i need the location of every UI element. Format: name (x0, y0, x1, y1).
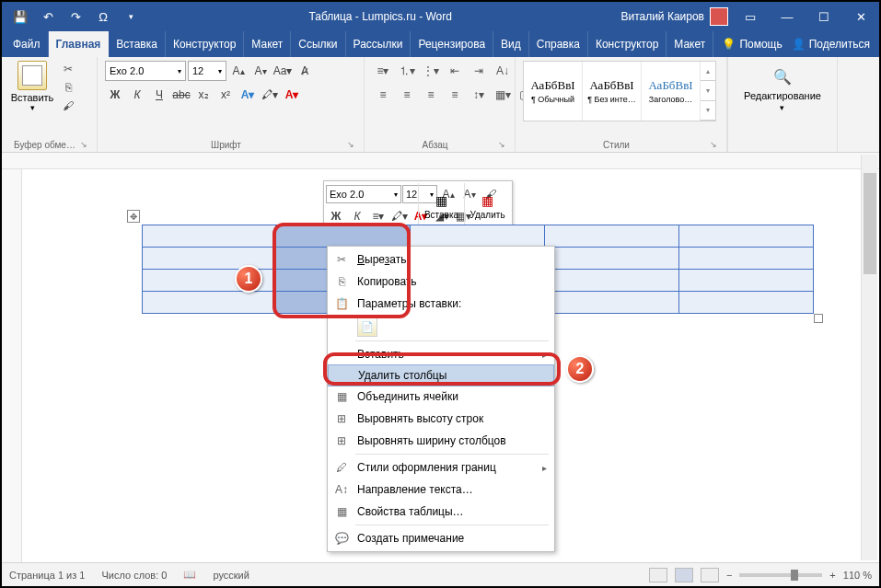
sort-icon[interactable]: A↓ (492, 61, 514, 81)
clear-format-icon[interactable]: A̷ (295, 61, 315, 81)
tell-me[interactable]: 💡 Помощь (722, 38, 782, 51)
shading-icon[interactable]: ▦▾ (492, 85, 514, 105)
paste-button[interactable]: Вставить ▾ (9, 61, 55, 112)
bold-button[interactable]: Ж (105, 85, 125, 105)
superscript-button[interactable]: x² (215, 85, 236, 105)
zoom-slider[interactable] (739, 573, 822, 577)
highlight-icon[interactable]: 🖍▾ (389, 206, 410, 226)
tab-table-layout[interactable]: Макет (667, 31, 713, 57)
zoom-value[interactable]: 110 % (843, 570, 872, 581)
align-right-icon[interactable]: ≡ (420, 85, 442, 105)
launcher-icon[interactable]: ↘ (347, 140, 354, 149)
status-language[interactable]: русский (213, 570, 249, 581)
format-painter-icon[interactable]: 🖌 (59, 98, 77, 114)
ctx-cut[interactable]: ✂Вырезать (328, 248, 554, 271)
align-center-icon[interactable]: ≡ (396, 85, 418, 105)
status-page[interactable]: Страница 1 из 1 (9, 570, 85, 581)
tab-home[interactable]: Главная (49, 31, 110, 57)
maximize-button[interactable]: ☐ (806, 2, 842, 31)
minimize-button[interactable]: — (769, 2, 806, 31)
numbering-icon[interactable]: ⒈▾ (396, 61, 418, 81)
italic-button[interactable]: К (347, 206, 367, 226)
change-case-icon[interactable]: Aa▾ (272, 61, 293, 81)
justify-icon[interactable]: ≡ (444, 85, 466, 105)
horizontal-ruler[interactable] (2, 153, 879, 169)
qat-more-icon[interactable]: ▾ (122, 7, 140, 26)
styles-gallery[interactable]: АаБбВвІ¶ Обычный АаБбВвІ¶ Без инте… АаБб… (523, 61, 716, 121)
close-button[interactable]: ✕ (842, 2, 879, 31)
ctx-insert[interactable]: Вставить▸ (328, 343, 554, 365)
launcher-icon[interactable]: ↘ (710, 140, 717, 149)
ctx-dist-cols[interactable]: ⊞Выровнять ширину столбцов (328, 430, 554, 452)
ctx-delete-columns[interactable]: Удалить столбцы (328, 364, 554, 386)
style-normal[interactable]: АаБбВвІ¶ Обычный (524, 62, 583, 121)
page[interactable]: Exo 2.0▾ 12▾ A▴ A▾ 🖌 ▦ Вставка ▦ Удалить… (29, 177, 849, 545)
text-effects-icon[interactable]: A▾ (238, 85, 258, 105)
ctx-text-direction[interactable]: A↕Направление текста… (328, 478, 554, 501)
editing-button[interactable]: 🔍 Редактирование ▾ (744, 64, 821, 112)
bullets-icon[interactable]: ≡▾ (372, 61, 394, 81)
paste-keep-source-icon[interactable]: 📄 (357, 317, 377, 337)
undo-icon[interactable]: ↶ (39, 7, 57, 26)
bold-button[interactable]: Ж (326, 206, 346, 226)
tab-file[interactable]: Файл (6, 31, 49, 57)
font-color-icon[interactable]: A▾ (282, 85, 302, 105)
copy-icon[interactable]: ⎘ (59, 79, 77, 96)
style-heading[interactable]: АаБбВвІЗаголово… (642, 62, 701, 121)
mini-delete-button[interactable]: ▦ Удалить (464, 183, 510, 227)
omega-icon[interactable]: Ω (94, 7, 112, 26)
redo-icon[interactable]: ↷ (66, 7, 85, 26)
cut-icon[interactable]: ✂ (59, 61, 77, 77)
grow-font-icon[interactable]: A▴ (228, 61, 249, 81)
multilevel-icon[interactable]: ⋮▾ (420, 61, 442, 81)
ctx-new-comment[interactable]: 💬Создать примечание (328, 527, 554, 549)
tab-review[interactable]: Рецензирова (411, 31, 493, 57)
italic-button[interactable]: К (127, 85, 147, 105)
underline-button[interactable]: Ч (149, 85, 169, 105)
status-spell-icon[interactable]: 📖 (183, 569, 196, 581)
style-nospace[interactable]: АаБбВвІ¶ Без инте… (583, 62, 642, 121)
tab-mailings[interactable]: Рассылки (346, 31, 412, 57)
table-move-handle[interactable]: ✥ (127, 210, 140, 223)
indent-icon[interactable]: ⇥ (468, 61, 490, 81)
ctx-table-properties[interactable]: ▦Свойства таблицы… (328, 501, 554, 523)
tab-help[interactable]: Справка (529, 31, 588, 57)
line-spacing-icon[interactable]: ↕▾ (468, 85, 490, 105)
outdent-icon[interactable]: ⇤ (444, 61, 466, 81)
zoom-thumb[interactable] (791, 570, 798, 581)
scroll-up-icon[interactable]: ▴ (701, 62, 715, 81)
align-icon[interactable]: ≡▾ (368, 206, 388, 226)
font-size-combo[interactable]: 12▾ (188, 61, 226, 81)
strike-button[interactable]: abc (171, 85, 191, 105)
highlight-icon[interactable]: 🖍▾ (260, 85, 280, 105)
tab-view[interactable]: Вид (493, 31, 529, 57)
zoom-out-icon[interactable]: − (726, 570, 732, 581)
avatar[interactable] (710, 7, 728, 26)
read-mode-icon[interactable] (649, 568, 667, 582)
scroll-down-icon[interactable]: ▾ (701, 81, 715, 100)
subscript-button[interactable]: x₂ (193, 85, 214, 105)
vertical-ruler[interactable] (2, 169, 22, 562)
expand-icon[interactable]: ▾ (701, 101, 715, 121)
tab-insert[interactable]: Вставка (109, 31, 166, 57)
share-button[interactable]: 👤 Поделиться (792, 38, 870, 51)
ctx-dist-rows[interactable]: ⊞Выровнять высоту строк (328, 408, 554, 430)
vertical-scrollbar[interactable] (861, 155, 877, 560)
print-layout-icon[interactable] (675, 568, 693, 582)
mini-insert-button[interactable]: ▦ Вставка (418, 183, 464, 227)
ctx-border-styles[interactable]: 🖊Стили оформления границ▸ (328, 456, 554, 478)
ribbon-options-icon[interactable]: ▭ (732, 2, 769, 31)
status-words[interactable]: Число слов: 0 (101, 570, 167, 581)
align-left-icon[interactable]: ≡ (372, 85, 394, 105)
ctx-copy[interactable]: ⎘Копировать (328, 271, 554, 293)
tab-layout[interactable]: Макет (244, 31, 291, 57)
mini-font-name[interactable]: Exo 2.0▾ (326, 185, 401, 203)
table-resize-handle[interactable] (814, 314, 823, 323)
launcher-icon[interactable]: ↘ (498, 140, 505, 149)
launcher-icon[interactable]: ↘ (80, 140, 87, 149)
user-area[interactable]: Виталий Каиров (620, 7, 732, 26)
tab-references[interactable]: Ссылки (291, 31, 345, 57)
shrink-font-icon[interactable]: A▾ (250, 61, 271, 81)
save-icon[interactable]: 💾 (11, 7, 29, 26)
ctx-merge-cells[interactable]: ▦Объединить ячейки (328, 386, 554, 408)
